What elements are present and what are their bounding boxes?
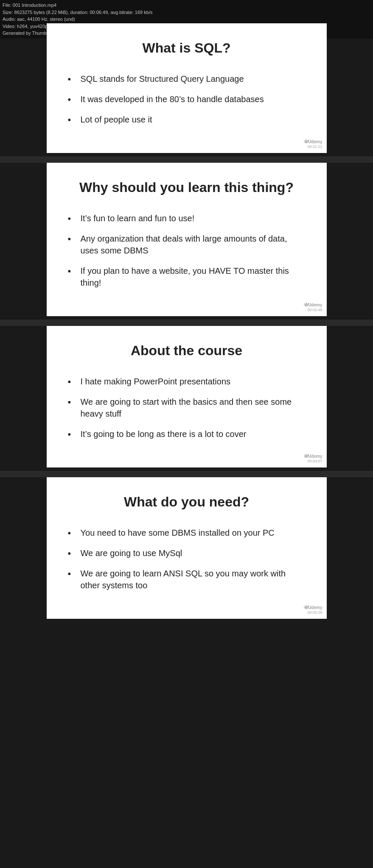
slide-wrapper-1: What is SQL? SQL stands for Structured Q… <box>0 23 373 153</box>
udemy-brand-3: Udemy <box>308 454 322 459</box>
bullet-4-3: We are going to learn ANSI SQL so you ma… <box>68 563 306 595</box>
slide-3: About the course I hate making PowerPoin… <box>47 326 327 467</box>
watermark-3: 𝒰 Udemy 00:04:07 <box>303 453 322 463</box>
separator-1 <box>0 156 373 163</box>
slide-4-bullets: You need to have some DBMS installed on … <box>68 523 306 595</box>
bullet-2-2: Any organization that deals with large a… <box>68 228 306 261</box>
bullet-1-1: SQL stands for Structured Query Language <box>68 69 306 89</box>
slide-4-title: What do you need? <box>68 494 306 510</box>
udemy-logo-icon: 𝒰 <box>303 139 307 145</box>
timestamp-1: 00:01:22 <box>307 145 322 149</box>
udemy-brand-2: Udemy <box>308 303 322 307</box>
slide-3-title: About the course <box>68 343 306 359</box>
udemy-logo-icon-3: 𝒰 <box>303 453 307 459</box>
file-info-line3: Audio: aac, 44100 Hz, stereo (und) <box>3 16 370 23</box>
udemy-brand-1: Udemy <box>308 139 322 144</box>
bullet-2-1: It’s fun to learn and fun to use! <box>68 208 306 228</box>
bullet-4-2: We are going to use MySql <box>68 543 306 563</box>
slide-2-title: Why should you learn this thing? <box>68 180 306 195</box>
slide-wrapper-2: Why should you learn this thing? It’s fu… <box>0 163 373 316</box>
watermark-2: 𝒰 Udemy 00:02:48 <box>303 302 322 312</box>
separator-3 <box>0 471 373 477</box>
bullet-3-3: It’s going to be long as there is a lot … <box>68 424 306 444</box>
slide-wrapper-4: What do you need? You need to have some … <box>0 477 373 619</box>
slide-1-bullets: SQL stands for Structured Query Language… <box>68 69 306 130</box>
slide-wrapper-3: About the course I hate making PowerPoin… <box>0 326 373 467</box>
slide-1-title: What is SQL? <box>68 40 306 56</box>
timestamp-3: 00:04:07 <box>307 459 322 463</box>
slide-2-bullets: It’s fun to learn and fun to use! Any or… <box>68 208 306 293</box>
bullet-1-3: Lot of people use it <box>68 109 306 130</box>
file-info-line2: Size: 8623275 bytes (8.22 MiB), duration… <box>3 9 370 16</box>
udemy-logo-icon-4: 𝒰 <box>303 604 307 610</box>
slide-2: Why should you learn this thing? It’s fu… <box>47 163 327 316</box>
bullet-3-2: We are going to start with the basics an… <box>68 392 306 424</box>
timestamp-2: 00:02:48 <box>307 308 322 312</box>
slide-1: What is SQL? SQL stands for Structured Q… <box>47 23 327 153</box>
separator-2 <box>0 320 373 326</box>
file-info-line1: File: 001 Introduction.mp4 <box>3 2 370 9</box>
watermark-1: 𝒰 Udemy 00:01:22 <box>303 139 322 149</box>
slide-4: What do you need? You need to have some … <box>47 477 327 619</box>
main-content: What is SQL? SQL stands for Structured Q… <box>0 23 373 622</box>
bullet-4-1: You need to have some DBMS installed on … <box>68 523 306 543</box>
watermark-4: 𝒰 Udemy 00:05:29 <box>303 604 322 615</box>
udemy-logo-icon-2: 𝒰 <box>303 302 307 308</box>
udemy-brand-4: Udemy <box>308 605 322 610</box>
timestamp-4: 00:05:29 <box>307 610 322 615</box>
slide-3-bullets: I hate making PowerPoint presentations W… <box>68 371 306 444</box>
bullet-3-1: I hate making PowerPoint presentations <box>68 371 306 392</box>
bullet-1-2: It was developed in the 80’s to handle d… <box>68 89 306 109</box>
bullet-2-3: If you plan to have a website, you HAVE … <box>68 261 306 293</box>
